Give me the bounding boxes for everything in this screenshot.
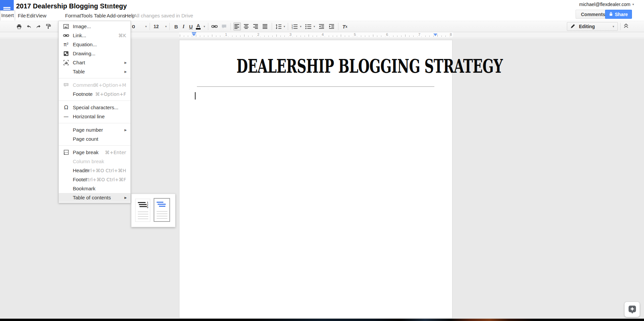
right-indent-marker[interactable] — [433, 32, 437, 36]
bold-button[interactable]: B — [172, 22, 180, 30]
print-icon[interactable] — [15, 22, 23, 30]
toc-link-bar — [159, 206, 165, 207]
toc-heading-bar — [138, 202, 146, 203]
left-indent-marker[interactable] — [192, 32, 196, 36]
menu-item-link[interactable]: Link... ⌘K — [59, 31, 130, 40]
mode-select[interactable]: Editing ▾ — [567, 22, 618, 31]
justify-button[interactable] — [262, 22, 269, 30]
desktop-edge-strip — [0, 319, 644, 321]
menu-item-horizontal-line[interactable]: — Horizontal line — [59, 112, 130, 121]
menubar-item-tools[interactable]: Tools — [81, 13, 93, 18]
menu-separator — [59, 145, 130, 146]
menu-item-table-of-contents[interactable]: Table of contents ▶ — [59, 193, 130, 202]
submenu-arrow-icon: ▶ — [124, 196, 127, 199]
folder-icon[interactable] — [107, 4, 113, 10]
menubar-item-insert[interactable]: Insert — [0, 10, 15, 20]
menu-item-label: Chart — [73, 60, 85, 65]
italic-button[interactable]: I — [180, 22, 187, 30]
menu-item-header[interactable]: Header Ctrl+⌘O Ctrl+⌘H — [59, 166, 130, 175]
mode-arrow-icon: ▾ — [612, 25, 614, 28]
image-icon — [62, 24, 70, 29]
menu-item-label: Comment — [73, 82, 95, 88]
table-of-contents-submenu: 1 2 3 — [131, 194, 175, 227]
clear-formatting-button[interactable]: Tx — [341, 22, 348, 30]
font-family-select[interactable]: o — [131, 22, 136, 30]
menu-item-footnote[interactable]: Footnote ⌘+Option+F — [59, 89, 130, 99]
align-left-button[interactable] — [233, 22, 241, 30]
menu-item-special-characters[interactable]: Ω Special characters... — [59, 103, 130, 112]
collapse-toolbar-icon[interactable] — [623, 23, 629, 29]
bullet-list-icon[interactable] — [305, 22, 312, 30]
clear-formatting-t: T — [342, 24, 345, 29]
insert-comment-icon[interactable] — [220, 22, 228, 30]
redo-icon[interactable] — [35, 22, 42, 30]
menu-item-label: Special characters... — [73, 105, 118, 110]
underline-button[interactable]: U — [187, 22, 195, 30]
menu-item-label: Horizontal line — [73, 114, 105, 119]
align-center-button[interactable] — [243, 22, 250, 30]
menu-item-label: Column break — [73, 158, 104, 164]
menu-item-footer[interactable]: Footer Ctrl+⌘O Ctrl+⌘F — [59, 175, 130, 184]
increase-indent-icon[interactable] — [328, 22, 335, 30]
menubar-item-edit[interactable]: Edit — [26, 13, 35, 18]
ruler-number: 3 — [288, 33, 293, 37]
numbered-list-arrow-icon[interactable]: ▾ — [300, 25, 302, 28]
undo-icon[interactable] — [25, 22, 33, 30]
insert-label: Insert — [1, 12, 14, 18]
toc-text-bar — [157, 218, 167, 219]
menu-item-page-count[interactable]: Page count — [59, 134, 130, 143]
paint-format-icon[interactable] — [45, 22, 52, 30]
bullet-list-arrow-icon[interactable]: ▾ — [314, 25, 315, 28]
toc-link-bar — [157, 202, 163, 203]
menubar-item-addons[interactable]: Add-ons — [107, 13, 125, 18]
document-heading[interactable]: DEALERSHIP BLOGGING STRATEGY — [236, 55, 502, 77]
toolbar-separator — [208, 23, 208, 30]
account-menu[interactable]: michael@flexdealer.com ▾ — [579, 2, 634, 7]
menu-item-label: Table — [73, 69, 85, 74]
ruler-ticks — [180, 35, 452, 37]
text-color-button[interactable]: A — [195, 22, 202, 30]
menu-item-drawing[interactable]: Drawing... — [59, 49, 130, 58]
menu-item-page-break[interactable]: Page break ⌘+Enter — [59, 148, 130, 157]
menu-item-bookmark[interactable]: Bookmark — [59, 184, 130, 193]
insert-link-icon[interactable] — [211, 22, 218, 30]
menu-item-shortcut: ⌘+Option+F — [95, 91, 126, 97]
page-break-icon — [62, 150, 70, 155]
menu-item-equation[interactable]: π² Equation... — [59, 40, 130, 49]
save-status[interactable]: All changes saved in Drive — [134, 13, 193, 18]
menu-item-chart[interactable]: Chart ▶ — [59, 58, 130, 67]
first-line-indent-marker[interactable] — [192, 32, 196, 33]
document-page[interactable]: DEALERSHIP BLOGGING STRATEGY — [179, 40, 452, 319]
menubar-item-table[interactable]: Table — [94, 13, 106, 18]
menu-item-shortcut: ⌘K — [118, 33, 126, 38]
explore-button[interactable] — [625, 302, 640, 317]
toc-text-bar — [138, 211, 148, 212]
toc-option-page-numbers[interactable]: 1 2 3 — [135, 199, 150, 222]
menu-item-shortcut: Ctrl+⌘O Ctrl+⌘H — [84, 168, 126, 173]
line-spacing-icon[interactable] — [275, 22, 282, 30]
menu-item-image[interactable]: Image... — [59, 22, 130, 31]
star-icon[interactable]: ☆ — [99, 2, 105, 10]
drawing-icon — [62, 51, 70, 56]
line-spacing-arrow-icon[interactable]: ▾ — [284, 25, 285, 28]
toolbar-separator — [150, 23, 150, 30]
menu-item-page-number[interactable]: Page number ▶ — [59, 125, 130, 134]
font-size-select[interactable]: 12 — [153, 22, 160, 30]
toc-option-blue-links[interactable] — [154, 198, 170, 222]
menu-item-table[interactable]: Table ▶ — [59, 67, 130, 76]
menu-item-label: Image... — [73, 23, 91, 29]
decrease-indent-icon[interactable] — [318, 22, 325, 30]
menu-item-label: Page number — [73, 127, 103, 133]
text-color-arrow-icon[interactable]: ▾ — [204, 25, 205, 28]
submenu-arrow-icon: ▶ — [124, 70, 127, 73]
menubar-item-file[interactable]: File — [18, 13, 26, 18]
font-family-arrow-icon[interactable]: ▾ — [145, 25, 147, 28]
clear-formatting-x: x — [345, 25, 347, 28]
ruler-band[interactable]: 1 2 3 4 5 6 7 8 — [179, 32, 452, 38]
menubar-item-format[interactable]: Format — [65, 13, 81, 18]
align-right-button[interactable] — [252, 22, 260, 30]
menubar-item-view[interactable]: View — [36, 13, 46, 18]
numbered-list-icon[interactable]: 123 — [291, 22, 298, 30]
toolbar-separator — [288, 23, 288, 30]
font-size-arrow-icon[interactable]: ▾ — [165, 25, 167, 28]
